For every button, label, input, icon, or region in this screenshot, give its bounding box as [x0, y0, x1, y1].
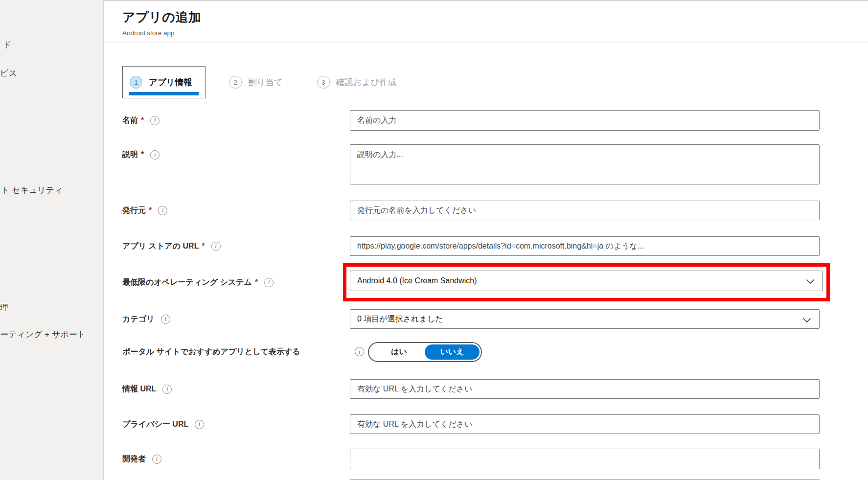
- page-title: アプリの追加: [122, 9, 201, 26]
- sidebar-item-dashboard-clipped[interactable]: ド: [3, 39, 11, 50]
- step-2-label: 割り当て: [248, 76, 283, 88]
- info-icon[interactable]: i: [150, 150, 160, 160]
- info-icon[interactable]: i: [150, 116, 160, 125]
- sidebar-item-troubleshooting-support-clipped[interactable]: ーティング + サポート: [0, 329, 86, 340]
- info-icon[interactable]: i: [355, 347, 364, 356]
- description-textarea[interactable]: [350, 144, 820, 184]
- red-annotation-box: Android 4.0 (Ice Cream Sandwich): [343, 263, 830, 301]
- privacy-url-label: プライバシー URL: [122, 419, 188, 430]
- info-icon[interactable]: i: [158, 206, 167, 215]
- info-icon[interactable]: i: [161, 315, 170, 324]
- minimum-os-label: 最低限のオペレーティング システム: [122, 277, 252, 288]
- header-divider: [104, 43, 868, 43]
- developer-input[interactable]: [350, 449, 820, 469]
- page-subtitle: Android store app: [122, 29, 201, 37]
- info-icon[interactable]: i: [152, 455, 161, 464]
- page-header: アプリの追加 Android store app: [122, 9, 201, 37]
- appstore-url-input[interactable]: [350, 236, 820, 256]
- chevron-down-icon: [802, 318, 811, 323]
- featured-label-group: ポータル サイトでおすすめアプリとして表示する: [122, 342, 300, 362]
- sidebar-item-tenant-admin-clipped[interactable]: 理: [0, 302, 8, 313]
- minimum-os-value: Android 4.0 (Ice Cream Sandwich): [357, 276, 477, 285]
- publisher-input[interactable]: [350, 201, 820, 220]
- step-2-circle: 2: [229, 76, 242, 89]
- information-url-input[interactable]: [350, 379, 820, 399]
- privacy-url-label-group: プライバシー URL i: [122, 414, 204, 434]
- step-3-circle: 3: [317, 76, 330, 89]
- toggle-option-no-selected[interactable]: いいえ: [425, 344, 480, 360]
- appstore-url-label: アプリ ストアの URL: [122, 241, 199, 251]
- name-label-group: 名前* i: [122, 110, 160, 131]
- step-1-label: アプリ情報: [149, 76, 192, 88]
- appstore-url-label-group: アプリ ストアの URL* i: [122, 236, 221, 256]
- minimum-os-dropdown[interactable]: Android 4.0 (Ice Cream Sandwich): [350, 271, 823, 291]
- chevron-down-icon: [806, 279, 815, 284]
- tab-assignments[interactable]: 2 割り当て: [229, 66, 283, 98]
- tab-app-information[interactable]: 1 アプリ情報: [122, 66, 206, 98]
- info-icon[interactable]: i: [162, 385, 172, 394]
- category-label: カテゴリ: [122, 314, 155, 324]
- step-3-label: 確認および作成: [336, 76, 397, 88]
- sidebar-divider: [0, 104, 104, 104]
- step-1-circle: 1: [130, 76, 142, 89]
- information-url-label: 情報 URL: [122, 384, 156, 394]
- developer-label-group: 開発者 i: [122, 449, 161, 469]
- sidebar-item-services-clipped[interactable]: ビス: [0, 68, 17, 79]
- name-label: 名前: [122, 115, 138, 126]
- information-url-label-group: 情報 URL i: [122, 379, 172, 399]
- category-dropdown[interactable]: 0 項目が選択されました: [350, 309, 820, 329]
- category-value: 0 項目が選択されました: [357, 314, 443, 324]
- sidebar-nav: ド ビス ト セキュリティ 理 ーティング + サポート: [0, 0, 104, 480]
- description-label-group: 説明* i: [122, 144, 160, 165]
- info-icon[interactable]: i: [195, 420, 204, 429]
- sidebar-item-endpoint-security-clipped[interactable]: ト セキュリティ: [1, 184, 63, 196]
- featured-label: ポータル サイトでおすすめアプリとして表示する: [122, 347, 300, 357]
- info-icon[interactable]: i: [264, 278, 274, 287]
- publisher-label-group: 発行元* i: [122, 201, 167, 220]
- publisher-label: 発行元: [122, 206, 146, 216]
- tab-review-create[interactable]: 3 確認および作成: [317, 66, 397, 98]
- developer-label: 開発者: [122, 454, 146, 464]
- privacy-url-input[interactable]: [350, 414, 820, 434]
- minimum-os-label-group: 最低限のオペレーティング システム* i: [122, 263, 274, 301]
- wizard-steps: 1 アプリ情報 2 割り当て 3 確認および作成: [122, 66, 397, 98]
- featured-toggle[interactable]: はい いいえ: [368, 342, 482, 362]
- form-row-category: カテゴリ i 0 項目が選択されました: [104, 309, 868, 329]
- category-label-group: カテゴリ i: [122, 309, 170, 329]
- info-icon[interactable]: i: [211, 242, 221, 251]
- name-input[interactable]: [350, 110, 820, 131]
- main-panel: アプリの追加 Android store app 1 アプリ情報 2 割り当て …: [104, 0, 868, 480]
- description-label: 説明: [122, 150, 138, 160]
